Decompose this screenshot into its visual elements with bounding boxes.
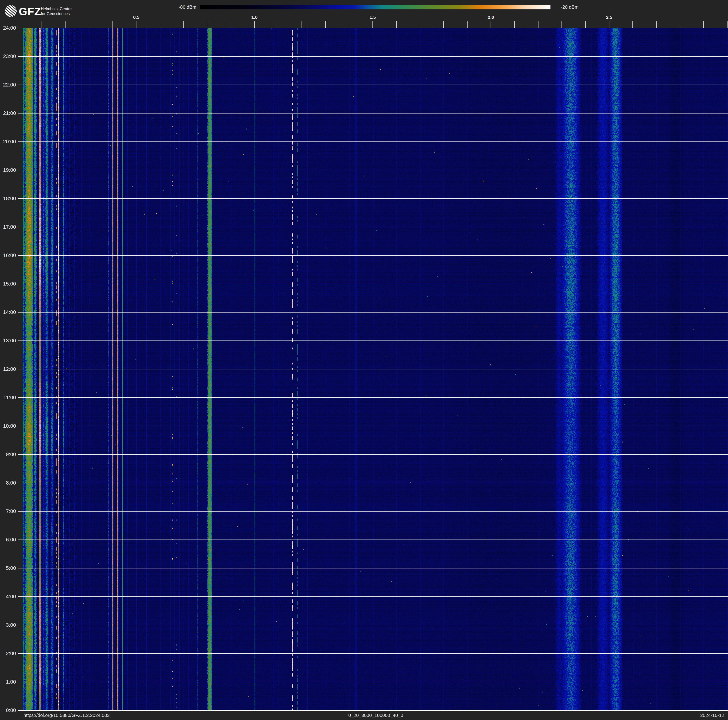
time-tick-label: 24:00	[0, 25, 16, 31]
time-tick-label: 13:00	[0, 338, 16, 344]
time-tick-label: 18:00	[0, 196, 16, 202]
time-tick-label: 11:00	[0, 395, 16, 401]
time-tick-label: 9:00	[0, 451, 16, 458]
time-tick-label: 10:00	[0, 423, 16, 429]
logo-org-name: Helmholtz Centre for Geosciences	[41, 6, 72, 16]
time-tick-label: 2:00	[0, 650, 16, 657]
colorbar-gradient	[200, 5, 551, 9]
logo-acronym: GFZ	[19, 5, 41, 18]
spectrogram-waterfall	[23, 28, 728, 710]
time-tick-label: 20:00	[0, 139, 16, 145]
freq-tick-label: 1.5	[370, 15, 376, 20]
logo-org-line1: Helmholtz Centre	[41, 6, 72, 11]
time-tick-label: 6:00	[0, 537, 16, 543]
freq-tick-label: 2.5	[606, 15, 612, 20]
colorbar-max-label: -20 dBm	[561, 5, 579, 10]
time-tick-label: 3:00	[0, 622, 16, 628]
freq-tick-label: 1.0	[251, 15, 257, 20]
time-tick-label: 14:00	[0, 309, 16, 316]
freq-tick-label: 0.5	[133, 15, 139, 20]
time-tick-label: 4:00	[0, 594, 16, 600]
colorbar-min-label: -80 dBm	[164, 5, 196, 10]
time-tick-label: 1:00	[0, 679, 16, 685]
time-tick-label: 17:00	[0, 224, 16, 230]
gfz-globe-icon	[5, 5, 17, 17]
doi-text: https://doi.org/10.5880/GFZ.1.2.2024.003	[23, 713, 110, 718]
logo-org-line2: for Geosciences	[41, 11, 72, 16]
date-label: 2024-10-12	[700, 713, 724, 718]
spectrogram-viewer: GFZ Helmholtz Centre for Geosciences -80…	[0, 0, 728, 720]
time-tick-label: 8:00	[0, 480, 16, 486]
time-tick-label: 12:00	[0, 366, 16, 372]
time-tick-label: 5:00	[0, 565, 16, 571]
freq-tick-label: 2.0	[488, 15, 494, 20]
time-tick-label: 7:00	[0, 508, 16, 515]
time-tick-label: 16:00	[0, 252, 16, 259]
time-tick-label: 19:00	[0, 167, 16, 173]
time-tick-label: 15:00	[0, 281, 16, 287]
time-tick-label: 0:00	[0, 707, 16, 714]
time-tick-label: 23:00	[0, 54, 16, 60]
time-tick-label: 21:00	[0, 110, 16, 116]
file-params-text: 0_20_3000_100000_40_0	[348, 713, 403, 718]
time-tick-label: 22:00	[0, 82, 16, 88]
